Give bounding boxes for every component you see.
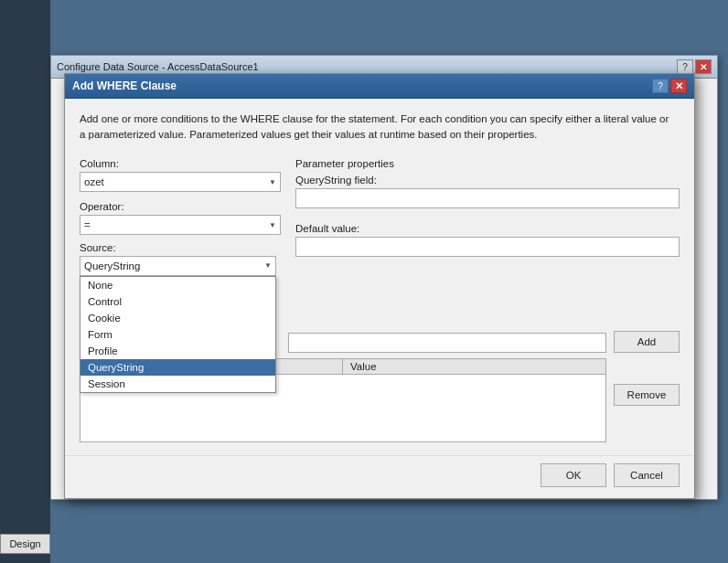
add-where-clause-dialog: Add WHERE Clause ? ✕ Add one or more con… — [64, 73, 695, 499]
qs-field-label: QueryString field: — [295, 175, 680, 186]
right-column: Parameter properties QueryString field: … — [295, 158, 680, 276]
operator-select-wrapper: = — [80, 215, 281, 235]
table-col-header-value: Value — [343, 359, 605, 374]
ok-button[interactable]: OK — [541, 463, 606, 487]
dialog-description: Add one or more conditions to the WHERE … — [80, 112, 680, 143]
remove-button[interactable]: Remove — [614, 384, 680, 406]
button-spacer — [614, 358, 680, 377]
source-section: Source: QueryString ▼ None Control Cooki… — [80, 242, 281, 276]
dialog-help-button[interactable]: ? — [652, 79, 669, 93]
main-content-row: Column: ozet Operator: = Source: — [80, 158, 680, 276]
value-input[interactable] — [288, 333, 606, 353]
column-select[interactable]: ozet — [80, 172, 281, 192]
column-label: Column: — [80, 158, 281, 169]
default-value-input[interactable] — [295, 237, 680, 257]
operator-select[interactable]: = — [80, 215, 281, 235]
design-tab[interactable]: Design — [0, 534, 50, 554]
param-props-label: Parameter properties — [295, 158, 680, 169]
left-column: Column: ozet Operator: = Source: — [80, 158, 281, 276]
dialog-title: Add WHERE Clause — [72, 80, 177, 92]
source-option-control[interactable]: Control — [80, 293, 275, 310]
source-option-cookie[interactable]: Cookie — [80, 310, 275, 326]
source-option-profile[interactable]: Profile — [80, 343, 275, 359]
operator-label: Operator: — [80, 201, 281, 212]
qs-field-input[interactable] — [295, 188, 680, 208]
source-dropdown-arrow: ▼ — [264, 261, 272, 270]
source-dropdown-container: QueryString ▼ None Control Cookie Form P… — [80, 256, 281, 276]
outer-window-title: Configure Data Source - AccessDataSource… — [57, 61, 259, 72]
source-option-querystring[interactable]: QueryString — [80, 359, 275, 376]
add-button[interactable]: Add — [614, 331, 680, 353]
source-label: Source: — [80, 242, 281, 253]
dark-sidebar — [0, 0, 50, 563]
source-option-form[interactable]: Form — [80, 326, 275, 343]
source-option-none[interactable]: None — [80, 277, 275, 293]
source-select-display[interactable]: QueryString ▼ — [80, 256, 276, 276]
outer-close-button[interactable]: ✕ — [695, 59, 712, 74]
cancel-button[interactable]: Cancel — [614, 463, 680, 487]
dialog-titlebar-buttons: ? ✕ — [652, 79, 687, 93]
outer-help-button[interactable]: ? — [677, 59, 693, 74]
source-option-session[interactable]: Session — [80, 376, 275, 392]
dialog-close-button[interactable]: ✕ — [670, 79, 687, 93]
dialog-footer: OK Cancel — [65, 455, 694, 498]
default-value-label: Default value: — [295, 223, 680, 234]
side-buttons: Remove — [614, 358, 680, 442]
dialog-titlebar: Add WHERE Clause ? ✕ — [65, 74, 694, 99]
dialog-body: Add one or more conditions to the WHERE … — [65, 99, 694, 455]
column-select-wrapper: ozet — [80, 172, 281, 192]
source-selected-value: QueryString — [84, 260, 140, 271]
source-dropdown-list: None Control Cookie Form Profile QuerySt… — [80, 276, 276, 393]
outer-titlebar-buttons: ? ✕ — [677, 59, 712, 74]
